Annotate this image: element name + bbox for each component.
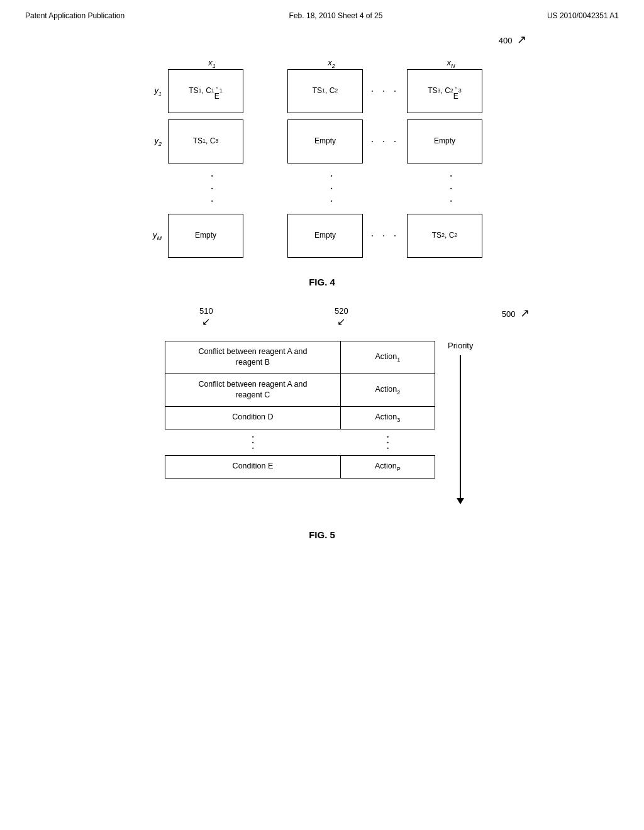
priority-arrow <box>457 355 464 504</box>
priority-column: Priority <box>448 341 473 504</box>
priority-label: Priority <box>448 341 473 350</box>
cell-y1-x2: TS1, C2 <box>287 69 363 113</box>
row-label-y2: y2 <box>118 136 168 147</box>
fig5-label: FIG. 5 <box>38 529 606 540</box>
cell-y2-x2: Empty <box>287 119 363 163</box>
fig4-label: FIG. 4 <box>38 277 606 287</box>
fig4-diagram: 400 ↗ x1 x2 xN y1 TS1, C1,E1 TS1, C2 · ·… <box>102 58 542 258</box>
vdots-col1: ● ● ● <box>174 170 250 208</box>
col-header-xn: xN <box>413 58 489 69</box>
gap-y2-2: · · · <box>363 135 407 148</box>
vertical-dots: ● ● ● ● ● ● ● ● ● <box>174 170 526 208</box>
row-label-y1: y1 <box>118 86 168 97</box>
arrow-head <box>457 498 464 504</box>
sub-label-520: 520 ↙ <box>335 306 348 328</box>
cell-y1-xn: TS3, C2,E3 <box>407 69 482 113</box>
gap-ym-2: · · · <box>363 229 407 242</box>
dots-action: ● ● ● <box>340 429 435 455</box>
condition-e: Condition E <box>165 455 341 478</box>
row-ym: yM Empty Empty · · · TS2, C2 <box>118 214 526 258</box>
col-header-x1: x1 <box>174 58 250 69</box>
gap-y1-2: · · · <box>363 84 407 97</box>
sub-label-510: 510 ↙ <box>199 306 213 328</box>
ref-500: 500 ↗ <box>502 306 530 320</box>
action-p: ActionP <box>340 455 435 478</box>
header-center: Feb. 18, 2010 Sheet 4 of 25 <box>289 11 383 20</box>
table-row-2: Conflict between reagent A andreagent C … <box>165 374 435 406</box>
ref-400: 400 ↗ <box>499 33 526 47</box>
condition-3: Condition D <box>165 406 341 429</box>
cell-y1-x1: TS1, C1,E1 <box>168 69 243 113</box>
cell-ym-x2: Empty <box>287 214 363 258</box>
row-y1: y1 TS1, C1,E1 TS1, C2 · · · TS3, C2,E3 <box>118 69 526 113</box>
fig5-content: Conflict between reagent A andreagent B … <box>165 341 479 504</box>
fig5-table: Conflict between reagent A andreagent B … <box>165 341 435 479</box>
col-header-dots <box>369 58 413 69</box>
cell-y2-x1: TS1, C3 <box>168 119 243 163</box>
row-label-ym: yM <box>118 230 168 241</box>
cell-y2-xn: Empty <box>407 119 482 163</box>
sub-labels-row: 510 ↙ 520 ↙ <box>165 306 479 341</box>
vdots-col2: ● ● ● <box>294 170 369 208</box>
cell-ym-x1: Empty <box>168 214 243 258</box>
vdots-col3: ● ● ● <box>413 170 489 208</box>
col-header-x2: x2 <box>294 58 369 69</box>
header-left: Patent Application Publication <box>25 11 125 20</box>
table-row-3: Condition D Action3 <box>165 406 435 429</box>
vdots-gap2 <box>369 170 413 208</box>
cell-ym-xn: TS2, C2 <box>407 214 482 258</box>
table-row-1: Conflict between reagent A andreagent B … <box>165 341 435 374</box>
col-header-gap1 <box>250 58 294 69</box>
condition-1: Conflict between reagent A andreagent B <box>165 341 341 374</box>
table-row-last: Condition E ActionP <box>165 455 435 478</box>
col-headers: x1 x2 xN <box>174 58 526 69</box>
condition-2: Conflict between reagent A andreagent C <box>165 374 341 406</box>
dots-condition: ● ● ● <box>165 429 341 455</box>
action-2: Action2 <box>340 374 435 406</box>
vdots-gap1 <box>250 170 294 208</box>
header-right: US 2010/0042351 A1 <box>547 11 619 20</box>
table-row-dots: ● ● ● ● ● ● <box>165 429 435 455</box>
patent-header: Patent Application Publication Feb. 18, … <box>0 0 644 26</box>
action-3: Action3 <box>340 406 435 429</box>
row-y2: y2 TS1, C3 Empty · · · Empty <box>118 119 526 163</box>
fig5-diagram: 500 ↗ 510 ↙ 520 ↙ Co <box>118 306 526 504</box>
action-1: Action1 <box>340 341 435 374</box>
arrow-line <box>460 355 461 498</box>
